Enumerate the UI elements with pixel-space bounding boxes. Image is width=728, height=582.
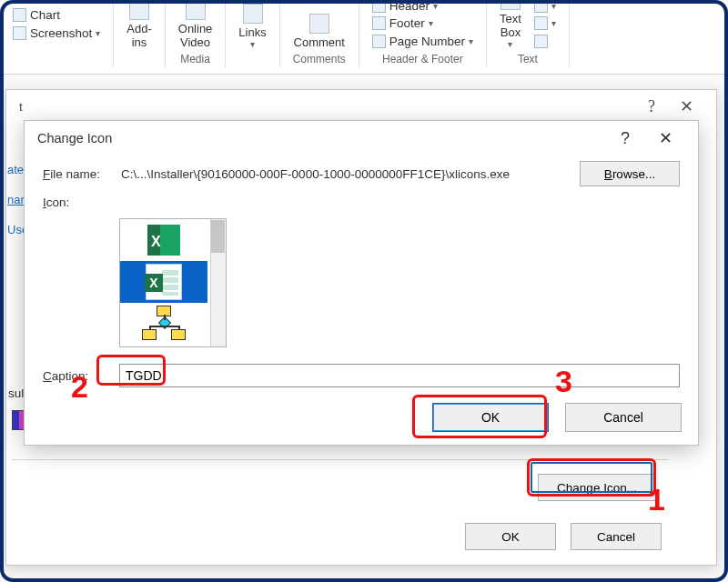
change-icon-button[interactable]: Change Icon... bbox=[538, 474, 656, 501]
ribbon-text-small-2[interactable]: ▾ bbox=[534, 15, 556, 31]
ribbon-text-small-1[interactable]: ▾ bbox=[534, 0, 556, 14]
dialog-title: Change Icon bbox=[37, 131, 112, 146]
icon-list-scrollbar[interactable] bbox=[210, 219, 226, 346]
parent-dialog-title: t bbox=[19, 100, 23, 114]
ribbon-online-video[interactable]: Online Video bbox=[178, 0, 213, 49]
ribbon: Chart Screenshot▾ Add- ins Online Video … bbox=[0, 0, 728, 75]
file-name-value: C:\...\Installer\{90160000-000F-0000-100… bbox=[119, 167, 567, 181]
parent-ok-button[interactable]: OK bbox=[465, 523, 556, 550]
ok-button[interactable]: OK bbox=[432, 403, 549, 432]
browse-button[interactable]: Browse... bbox=[580, 161, 680, 186]
caption-input[interactable]: TGDD bbox=[119, 364, 680, 387]
ribbon-comment[interactable]: Comment bbox=[294, 14, 345, 49]
icon-label: Icon: bbox=[43, 196, 106, 209]
ribbon-group-comments: Comments bbox=[293, 53, 346, 65]
ribbon-links[interactable]: Links▾ bbox=[238, 4, 266, 49]
icon-list[interactable]: X X bbox=[119, 218, 227, 347]
ribbon-group-headerfooter: Header & Footer bbox=[382, 53, 463, 65]
ribbon-text-small-3[interactable] bbox=[534, 34, 556, 49]
caption-label: Caption: bbox=[43, 369, 106, 383]
icon-option-flowchart[interactable] bbox=[120, 303, 207, 345]
parent-close-icon[interactable]: ✕ bbox=[669, 96, 703, 116]
ribbon-text-box[interactable]: Text Box▾ bbox=[500, 0, 521, 49]
parent-separator bbox=[12, 459, 669, 460]
change-icon-dialog: Change Icon ? ✕ File name: C:\...\Instal… bbox=[24, 120, 699, 446]
icon-option-excel-file[interactable]: X bbox=[120, 261, 207, 303]
ribbon-group-media: Media bbox=[180, 53, 210, 65]
ribbon-page-number[interactable]: Page Number▾ bbox=[372, 34, 473, 49]
dialog-help-icon[interactable]: ? bbox=[605, 129, 645, 148]
parent-help-icon[interactable]: ? bbox=[634, 97, 669, 116]
ribbon-footer[interactable]: Footer▾ bbox=[372, 15, 473, 31]
ribbon-chart[interactable]: Chart bbox=[13, 6, 100, 23]
parent-cancel-button[interactable]: Cancel bbox=[571, 523, 662, 550]
caption-input-value: TGDD bbox=[126, 368, 162, 383]
icon-option-excel-classic[interactable]: X bbox=[120, 219, 207, 261]
ribbon-header[interactable]: Header▾ bbox=[372, 0, 473, 14]
ribbon-screenshot[interactable]: Screenshot▾ bbox=[13, 25, 100, 41]
ribbon-addins[interactable]: Add- ins bbox=[126, 0, 151, 49]
file-name-label: File name: bbox=[43, 167, 106, 181]
ribbon-group-text: Text bbox=[518, 53, 538, 65]
cancel-button[interactable]: Cancel bbox=[565, 403, 682, 432]
dialog-close-icon[interactable]: ✕ bbox=[645, 128, 685, 148]
